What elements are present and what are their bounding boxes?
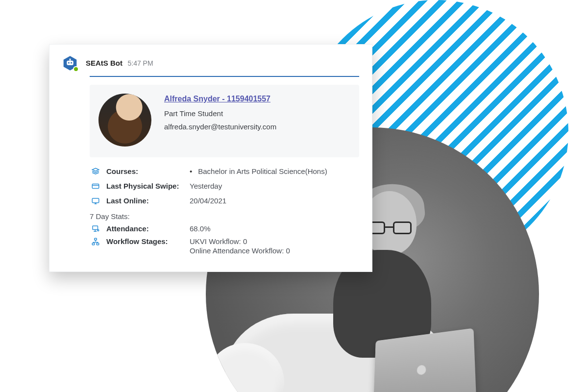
bot-avatar bbox=[62, 55, 78, 71]
workflow-icon bbox=[90, 237, 101, 246]
bot-name: SEAtS Bot bbox=[86, 59, 122, 67]
row-last-online: Last Online: 20/04/2021 bbox=[90, 194, 359, 208]
svg-rect-11 bbox=[97, 243, 99, 245]
attendance-icon bbox=[90, 224, 101, 233]
svg-rect-7 bbox=[93, 226, 98, 230]
student-role: Part Time Student bbox=[164, 109, 276, 118]
last-online-value: 20/04/2021 bbox=[190, 196, 359, 205]
svg-rect-10 bbox=[92, 243, 95, 245]
last-swipe-value: Yesterday bbox=[190, 182, 359, 190]
svg-rect-1 bbox=[67, 61, 73, 65]
header-divider bbox=[90, 76, 359, 77]
attendance-value: 68.0% bbox=[190, 224, 359, 233]
message-header: SEAtS Bot 5:47 PM bbox=[62, 55, 359, 71]
monitor-icon bbox=[90, 196, 101, 205]
last-online-label: Last Online: bbox=[106, 196, 185, 205]
svg-point-3 bbox=[71, 62, 72, 64]
stats-heading: 7 Day Stats: bbox=[90, 212, 359, 220]
courses-icon bbox=[90, 167, 101, 176]
workflow-label: Workflow Stages: bbox=[106, 237, 185, 245]
student-profile-block: Alfreda Snyder - 1159401557 Part Time St… bbox=[90, 85, 359, 157]
student-fields: Courses: Bachelor in Arts Political Scie… bbox=[90, 164, 359, 257]
row-attendance: Attendance: 68.0% bbox=[90, 222, 359, 235]
svg-point-8 bbox=[98, 230, 99, 231]
student-email: alfreda.snyder@testuniversity.com bbox=[164, 122, 276, 131]
last-swipe-label: Last Physical Swipe: bbox=[106, 182, 185, 190]
svg-rect-9 bbox=[95, 238, 97, 240]
svg-rect-5 bbox=[92, 184, 99, 189]
workflow-values: UKVI Workflow: 0 Online Attendance Workf… bbox=[190, 237, 359, 255]
svg-point-2 bbox=[68, 62, 70, 64]
card-swipe-icon bbox=[90, 182, 101, 191]
row-workflow: Workflow Stages: UKVI Workflow: 0 Online… bbox=[90, 235, 359, 257]
bot-message-card: SEAtS Bot 5:47 PM Alfreda Snyder - 11594… bbox=[49, 44, 372, 272]
workflow-line-2: Online Attendance Workflow: 0 bbox=[190, 246, 359, 255]
message-sender: SEAtS Bot 5:47 PM bbox=[86, 59, 153, 68]
student-photo bbox=[98, 94, 151, 147]
student-name-link[interactable]: Alfreda Snyder - 1159401557 bbox=[164, 95, 270, 103]
courses-label: Courses: bbox=[106, 167, 185, 175]
message-time: 5:47 PM bbox=[127, 59, 153, 67]
courses-value: Bachelor in Arts Political Science(Hons) bbox=[190, 167, 359, 175]
row-last-swipe: Last Physical Swipe: Yesterday bbox=[90, 179, 359, 194]
row-courses: Courses: Bachelor in Arts Political Scie… bbox=[90, 164, 359, 179]
workflow-line-1: UKVI Workflow: 0 bbox=[190, 237, 359, 245]
attendance-label: Attendance: bbox=[106, 224, 185, 233]
presence-available-icon bbox=[73, 66, 79, 72]
svg-rect-6 bbox=[92, 198, 99, 203]
svg-rect-4 bbox=[70, 59, 71, 61]
